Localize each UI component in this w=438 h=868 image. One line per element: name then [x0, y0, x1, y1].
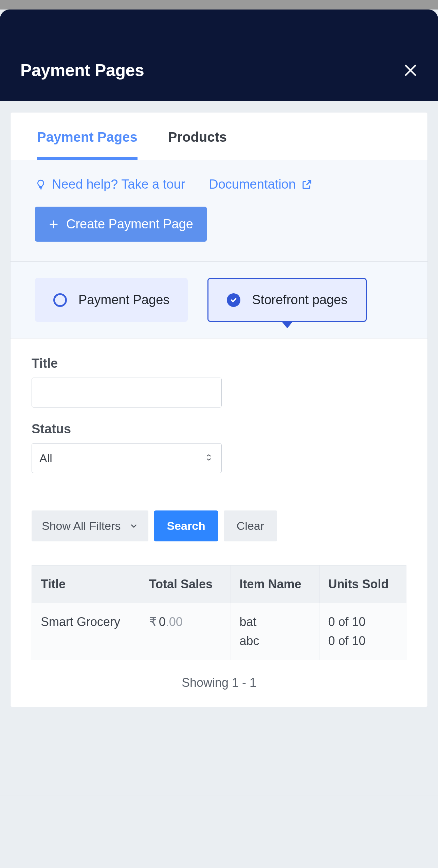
close-icon	[403, 63, 418, 77]
modal-title: Payment Pages	[20, 60, 144, 80]
payment-pages-modal: Payment Pages Payment Pages Products Nee…	[0, 10, 438, 796]
currency-symbol: ₹	[149, 615, 157, 629]
results-table: Title Total Sales Item Name Units Sold S…	[32, 565, 406, 660]
row-item-names: bat abc	[231, 603, 319, 660]
status-label: Status	[32, 422, 406, 436]
plus-icon	[49, 219, 59, 229]
show-all-filters-button[interactable]: Show All Filters	[32, 510, 148, 541]
table-header-row: Title Total Sales Item Name Units Sold	[32, 566, 406, 603]
documentation-link[interactable]: Documentation	[209, 177, 313, 192]
show-all-filters-label: Show All Filters	[42, 519, 121, 533]
create-payment-page-button[interactable]: Create Payment Page	[35, 207, 207, 242]
view-toggle-label: Storefront pages	[252, 293, 347, 307]
units-sold-value: 0 of 10	[328, 615, 397, 629]
tab-products[interactable]: Products	[168, 129, 227, 160]
title-label: Title	[32, 356, 406, 371]
radio-unchecked-icon	[53, 293, 67, 307]
units-sold-value: 0 of 10	[328, 634, 397, 648]
help-tour-label: Need help? Take a tour	[52, 177, 185, 192]
col-title: Title	[32, 566, 140, 603]
col-units-sold: Units Sold	[319, 566, 406, 603]
col-item-name: Item Name	[231, 566, 319, 603]
view-toggle: Payment Pages Storefront pages	[11, 261, 427, 338]
chevron-down-icon	[129, 522, 138, 531]
col-total-sales: Total Sales	[140, 566, 231, 603]
close-button[interactable]	[403, 63, 418, 77]
filters: Title Status All	[11, 338, 427, 707]
status-select[interactable]: All	[32, 443, 222, 473]
title-input[interactable]	[32, 378, 222, 407]
row-units-sold: 0 of 10 0 of 10	[319, 603, 406, 660]
active-pointer-icon	[281, 321, 293, 328]
item-name-value: abc	[240, 634, 310, 648]
tabs: Payment Pages Products	[11, 112, 427, 160]
tab-payment-pages[interactable]: Payment Pages	[37, 129, 138, 160]
clear-button[interactable]: Clear	[224, 510, 277, 541]
search-button[interactable]: Search	[154, 510, 218, 541]
lightbulb-icon	[35, 179, 47, 190]
view-toggle-storefront-pages[interactable]: Storefront pages	[207, 278, 367, 322]
documentation-label: Documentation	[209, 177, 296, 192]
item-name-value: bat	[240, 615, 310, 629]
row-total-sales: ₹0.00	[140, 603, 231, 660]
modal-header: Payment Pages	[0, 10, 438, 101]
view-toggle-label: Payment Pages	[78, 293, 169, 307]
pager-text: Showing 1 - 1	[32, 660, 406, 693]
external-link-icon	[301, 179, 313, 190]
table-row: Smart Grocery ₹0.00 bat abc	[32, 603, 406, 660]
row-title-link[interactable]: Smart Grocery	[32, 603, 140, 660]
view-toggle-payment-pages[interactable]: Payment Pages	[35, 278, 188, 322]
create-button-label: Create Payment Page	[66, 217, 193, 231]
toolbar: Need help? Take a tour Documentation Cre…	[11, 160, 427, 261]
help-tour-link[interactable]: Need help? Take a tour	[35, 177, 185, 192]
radio-checked-icon	[227, 293, 240, 307]
